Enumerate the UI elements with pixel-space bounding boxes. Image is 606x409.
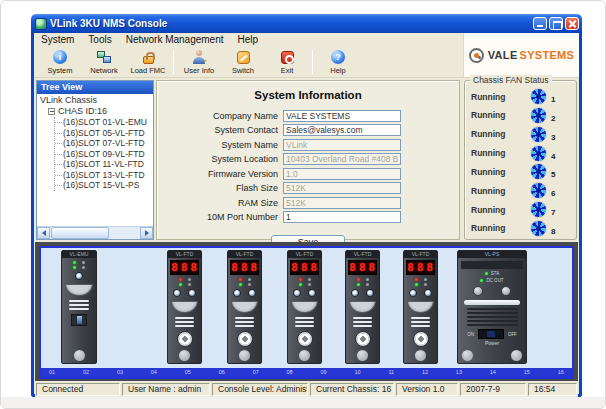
- ps-led-sta: STA: [485, 271, 499, 276]
- fan-icon: [531, 164, 546, 179]
- ps-feet: [462, 350, 522, 361]
- network-button[interactable]: Network: [82, 48, 126, 77]
- user-info-button[interactable]: User Info: [177, 48, 221, 77]
- chassis-card-ftd-4[interactable]: VL-FTD 888: [345, 250, 380, 364]
- status-date: 2007-7-9: [460, 383, 526, 396]
- brand-name-primary: VALE: [488, 49, 518, 61]
- close-button[interactable]: [565, 17, 579, 30]
- round-connector: [297, 331, 313, 347]
- status-console-level: Console Level: Administrator: [212, 383, 308, 396]
- window-titlebar[interactable]: VLink 3KU NMS Console: [31, 14, 582, 33]
- led-block: [299, 278, 311, 286]
- fan-icon: [531, 183, 546, 198]
- load-fmc-button[interactable]: Load FMC: [126, 48, 170, 77]
- fan-row: Running 1: [471, 88, 572, 105]
- seven-segment-display: 888: [406, 260, 434, 275]
- status-connection: Connected: [36, 383, 120, 396]
- vale-logo-icon: [469, 48, 484, 63]
- brand-name-secondary: SYSTEMS: [520, 49, 575, 61]
- tree-item-slot05[interactable]: (16)SLOT 05-VL-FTD: [55, 128, 153, 139]
- round-connector: [177, 331, 193, 347]
- tree-horizontal-scrollbar[interactable]: [37, 226, 153, 239]
- system-information-panel: System Information Company Name System C…: [156, 80, 460, 240]
- vent-lines: [69, 300, 89, 310]
- fan-row: Running 4: [471, 145, 572, 162]
- seven-segment-display: 888: [170, 260, 198, 275]
- tree-item-slot09[interactable]: (16)SLOT 09-VL-FTD: [55, 149, 153, 160]
- chassis-card-ftd-3[interactable]: VL-FTD 888: [287, 250, 322, 364]
- system-name-field: [283, 139, 401, 151]
- round-connector: [355, 331, 371, 347]
- chassis-view: VL-EMU VL-FTD 888: [35, 242, 578, 381]
- scroll-right-icon[interactable]: [140, 227, 153, 239]
- system-button[interactable]: i System: [38, 48, 82, 77]
- flash-size-label: Flash Size: [157, 183, 283, 193]
- ps-bar: [464, 300, 520, 305]
- menu-network-management[interactable]: Network Management: [119, 33, 231, 47]
- tree-item-slot07[interactable]: (16)SLOT 07-VL-FTD: [55, 138, 153, 149]
- menu-tools[interactable]: Tools: [81, 33, 118, 47]
- fan-icon: [531, 89, 546, 104]
- power-label: Power: [485, 340, 499, 346]
- fan-row: Running 8: [471, 220, 572, 237]
- chassis-fan-status-panel: Chassis FAN Status Running 1 Running 2: [464, 80, 577, 240]
- collapse-icon[interactable]: [48, 108, 55, 115]
- port-number-label: 10M Port Number: [157, 212, 283, 222]
- scroll-thumb[interactable]: [51, 227, 109, 239]
- card-handle: [349, 301, 376, 313]
- chassis-card-ftd-5[interactable]: VL-FTD 888: [403, 250, 438, 364]
- round-connector: [413, 331, 429, 347]
- card-handle: [407, 301, 434, 313]
- system-contact-field[interactable]: [283, 124, 401, 136]
- chassis-card-ps[interactable]: VL-PS STA DC OUT ON: [457, 250, 527, 364]
- chassis-card-emu[interactable]: VL-EMU: [61, 250, 97, 364]
- menu-system[interactable]: System: [34, 33, 81, 47]
- panel-title: System Information: [157, 89, 459, 101]
- menu-bar: System Tools Network Management Help: [34, 33, 463, 47]
- maximize-button[interactable]: [549, 17, 563, 30]
- status-version: Version 1.0: [396, 383, 458, 396]
- tree-chassis-node[interactable]: CHAS ID:16: [48, 106, 153, 117]
- minimize-button[interactable]: [533, 17, 547, 30]
- status-time: 16:54: [528, 383, 577, 396]
- switch-button[interactable]: Switch: [221, 48, 265, 77]
- menu-help[interactable]: Help: [231, 33, 266, 47]
- card-foot: [179, 350, 190, 361]
- round-connector: [237, 331, 253, 347]
- tree-item-slot15[interactable]: (16)SLOT 15-VL-PS: [55, 180, 153, 191]
- firmware-version-label: Firmware Version: [157, 169, 283, 179]
- vent-lines: [295, 317, 314, 327]
- help-icon: ?: [331, 50, 346, 65]
- tree-item-slot11[interactable]: (16)SLOT 11-VL-FTD: [55, 159, 153, 170]
- chassis-card-ftd-2[interactable]: VL-FTD 888: [227, 250, 262, 364]
- scroll-left-icon[interactable]: [37, 227, 50, 239]
- chassis-card-ftd-1[interactable]: VL-FTD 888: [167, 250, 202, 364]
- port-number-field[interactable]: [283, 211, 401, 223]
- tree-item-slot13[interactable]: (16)SLOT 13-VL-FTD: [55, 170, 153, 181]
- system-name-label: System Name: [157, 140, 283, 150]
- power-switch[interactable]: [478, 329, 504, 339]
- seven-segment-display: 888: [290, 260, 318, 275]
- tree-item-slot01[interactable]: (16)SLOT 01-VL-EMU: [55, 117, 153, 128]
- vent-lines: [411, 317, 430, 327]
- port-block: [233, 289, 256, 297]
- company-name-label: Company Name: [157, 111, 283, 121]
- ps-switch-row: ON OFF: [467, 329, 517, 339]
- company-name-field[interactable]: [283, 110, 401, 122]
- chassis-selected-frame[interactable]: VL-EMU VL-FTD 888: [39, 246, 574, 379]
- toolbar: i System Network Load FMC User Info: [34, 47, 463, 78]
- tree-root-node[interactable]: VLink Chassis: [40, 95, 153, 106]
- exit-button[interactable]: Exit: [265, 48, 309, 77]
- slot-number-ruler: 0102 0304 0506 0708 0910 1112 1314 1516: [41, 368, 572, 377]
- help-button[interactable]: ? Help: [316, 48, 360, 77]
- card-foot: [357, 350, 368, 361]
- fan-panel-title: Chassis FAN Status: [470, 75, 552, 85]
- toolbar-separator: [173, 50, 174, 74]
- scroll-track[interactable]: [50, 227, 140, 239]
- port-block: [293, 289, 316, 297]
- window-title: VLink 3KU NMS Console: [50, 18, 533, 29]
- firmware-version-field: [283, 168, 401, 180]
- vent-lines: [175, 317, 194, 327]
- vent-lines: [353, 317, 372, 327]
- system-location-label: System Location: [157, 154, 283, 164]
